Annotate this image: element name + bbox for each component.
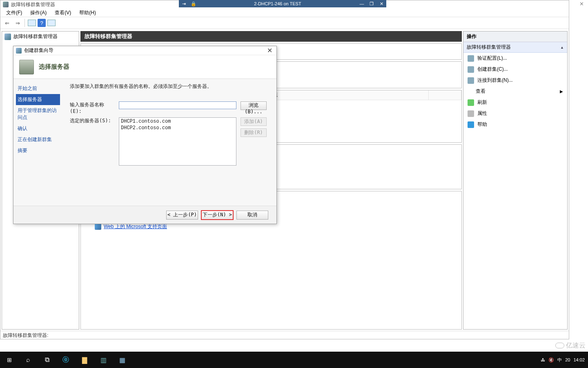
label-selected-servers: 选定的服务器(S): — [70, 117, 115, 124]
wizard-hint: 添加要加入群集的所有服务器的名称。必须添加至少一个服务器。 — [70, 83, 269, 90]
tray-number: 20 — [565, 357, 570, 362]
validate-icon — [468, 55, 474, 62]
col-event-status: 事件状态 — [255, 90, 429, 100]
action-connect-cluster[interactable]: 连接到群集(N)... — [463, 75, 567, 86]
properties-icon — [468, 110, 474, 117]
menu-view[interactable]: 查看(V) — [51, 9, 74, 17]
actions-subheader[interactable]: 故障转移群集管理器 ▲ — [463, 42, 567, 53]
tray-volume-icon[interactable]: 🔇 — [548, 357, 554, 363]
step-confirm[interactable]: 确认 — [16, 123, 60, 134]
action-create-cluster[interactable]: 创建群集(C)... — [463, 64, 567, 75]
tree-root-item[interactable]: 故障转移群集管理器 — [2, 31, 79, 42]
task-view-button[interactable]: ⧉ — [38, 352, 56, 368]
cancel-button[interactable]: 取消 — [236, 211, 268, 220]
selected-servers-list[interactable]: DHCP1.contoso.com DHCP2.contoso.com — [119, 117, 236, 166]
menu-help[interactable]: 帮助(H) — [76, 9, 99, 17]
watermark: 亿速云 — [555, 341, 586, 350]
taskbar-cluster-manager-icon[interactable]: ▦ — [113, 352, 131, 368]
tray-clock[interactable]: 14:02 — [573, 357, 585, 362]
menu-file[interactable]: 文件(F) — [3, 9, 25, 17]
label-server-name: 输入服务器名称(E): — [70, 101, 115, 114]
step-before-begin[interactable]: 开始之前 — [16, 83, 60, 94]
vm-restore-button[interactable]: ❐ — [367, 1, 376, 7]
search-button[interactable]: ⌕ — [19, 352, 38, 368]
toolbar-pane1-button[interactable] — [27, 18, 37, 28]
refresh-icon — [468, 99, 474, 106]
wizard-titlebar: 创建群集向导 ✕ — [13, 46, 276, 55]
server-name-input[interactable] — [119, 101, 236, 109]
app-title-text: 故障转移群集管理器 — [11, 1, 55, 8]
actions-subheader-label: 故障转移群集管理器 — [467, 44, 511, 51]
wizard-banner-text: 选择服务器 — [39, 63, 69, 71]
web-icon — [95, 223, 101, 230]
tray-network-icon[interactable]: 🖧 — [541, 357, 545, 362]
action-help[interactable]: 帮助 — [463, 119, 567, 130]
next-button[interactable]: 下一步(N) > — [201, 211, 233, 220]
action-view[interactable]: 查看▶ — [463, 86, 567, 97]
collapse-icon: ▲ — [560, 45, 564, 49]
vm-close-button[interactable]: ✕ — [376, 1, 386, 7]
vm-pin-icon[interactable]: ⇥ — [179, 1, 189, 7]
add-button: 添加(A) — [241, 117, 267, 126]
wizard-icon — [16, 48, 22, 54]
create-cluster-wizard: 创建群集向导 ✕ 选择服务器 开始之前 选择服务器 用于管理群集的访问点 确认 … — [13, 46, 277, 224]
taskbar-ie-icon[interactable]: ⓔ — [56, 352, 75, 368]
start-button[interactable]: ⊞ — [0, 352, 19, 368]
chevron-right-icon: ▶ — [560, 89, 563, 94]
tree-root-label: 故障转移群集管理器 — [13, 33, 58, 40]
browse-button[interactable]: 浏览(B)... — [241, 101, 267, 110]
toolbar-pane2-button[interactable] — [47, 18, 56, 28]
app-icon — [3, 2, 9, 7]
wizard-close-button[interactable]: ✕ — [265, 47, 274, 54]
taskbar: ⊞ ⌕ ⧉ ⓔ ▇ ▥ ▦ 🖧 🔇 中 20 14:02 — [0, 352, 588, 368]
wizard-steps: 开始之前 选择服务器 用于管理群集的访问点 确认 正在创建新群集 摘要 — [13, 79, 62, 206]
toolbar-help-button[interactable]: ? — [38, 19, 46, 27]
actions-header: 操作 — [463, 31, 567, 42]
system-tray: 🖧 🔇 中 20 14:02 — [541, 357, 588, 363]
connect-icon — [468, 77, 474, 84]
wizard-title-text: 创建群集向导 — [24, 47, 53, 54]
taskbar-explorer-icon[interactable]: ▇ — [75, 352, 94, 368]
vm-connection-bar: ⇥ 🔒 2-DHCP1-246 on TEST — ❐ ✕ — [179, 0, 386, 7]
action-validate[interactable]: 验证配置(L)... — [463, 53, 567, 64]
step-access-point[interactable]: 用于管理群集的访问点 — [16, 105, 60, 123]
tray-ime-indicator[interactable]: 中 — [557, 357, 562, 363]
outer-close-button[interactable]: ✕ — [577, 0, 586, 8]
status-bar: 故障转移群集管理器: — [0, 331, 569, 339]
action-refresh[interactable]: 刷新 — [463, 97, 567, 108]
cluster-icon — [4, 34, 11, 40]
toolbar: ⇐ ⇒ ? — [0, 17, 569, 29]
taskbar-server-manager-icon[interactable]: ▥ — [94, 352, 113, 368]
step-creating[interactable]: 正在创建新群集 — [16, 134, 60, 145]
link-web-support[interactable]: Web 上的 Microsoft 支持页面 — [104, 223, 167, 230]
menu-action[interactable]: 操作(A) — [27, 9, 50, 17]
wizard-banner: 选择服务器 — [13, 55, 276, 79]
servers-icon — [19, 60, 34, 74]
action-properties[interactable]: 属性 — [463, 108, 567, 119]
toolbar-forward-button[interactable]: ⇒ — [13, 18, 22, 28]
actions-pane: 操作 故障转移群集管理器 ▲ 验证配置(L)... 创建群集(C)... 连接到… — [463, 31, 568, 330]
wizard-content: 添加要加入群集的所有服务器的名称。必须添加至少一个服务器。 输入服务器名称(E)… — [62, 79, 276, 206]
vm-lock-icon: 🔒 — [189, 1, 198, 7]
remove-button: 删除(R) — [241, 128, 267, 137]
menu-bar: 文件(F) 操作(A) 查看(V) 帮助(H) — [0, 9, 569, 17]
create-icon — [468, 66, 474, 73]
cloud-icon — [555, 343, 564, 348]
vm-minimize-button[interactable]: — — [357, 1, 367, 7]
help-icon — [468, 121, 474, 128]
main-header: 故障转移群集管理器 — [80, 31, 462, 42]
step-select-servers[interactable]: 选择服务器 — [16, 94, 60, 105]
wizard-footer: < 上一步(P) 下一步(N) > 取消 — [13, 206, 276, 224]
previous-button[interactable]: < 上一步(P) — [166, 211, 198, 220]
vm-title: 2-DHCP1-246 on TEST — [198, 1, 357, 6]
step-summary[interactable]: 摘要 — [16, 145, 60, 156]
toolbar-back-button[interactable]: ⇐ — [2, 18, 12, 28]
